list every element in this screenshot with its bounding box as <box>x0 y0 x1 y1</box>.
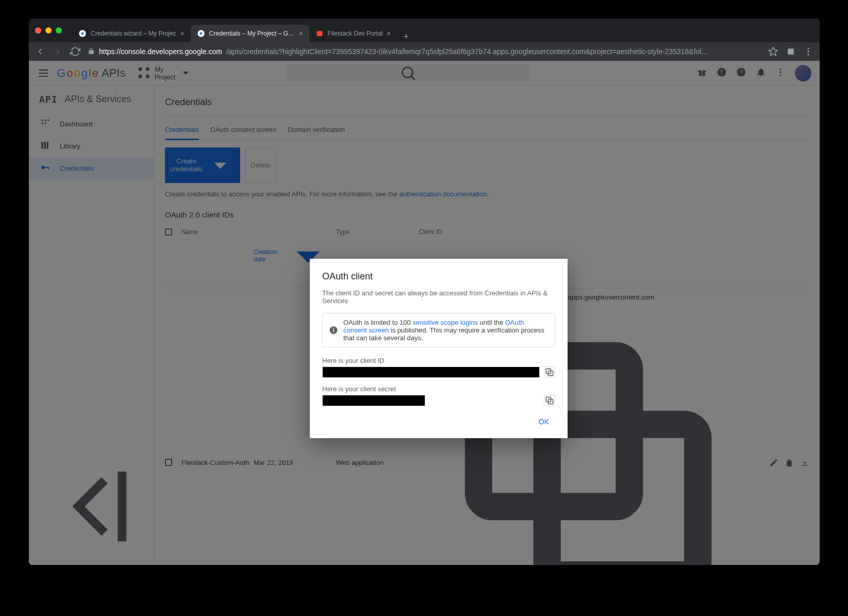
new-tab-button[interactable]: + <box>397 31 415 42</box>
modal-title: OAuth client <box>322 271 555 282</box>
titlebar: Credentials wizard – My Projec × Credent… <box>29 19 820 42</box>
url-path: /apis/credentials?highlightClient=739953… <box>226 47 709 56</box>
client-id-field[interactable] <box>322 367 540 378</box>
copy-client-secret-button[interactable] <box>544 395 555 406</box>
svg-point-8 <box>807 51 809 52</box>
tab-label: Credentials wizard – My Projec <box>91 30 176 37</box>
url-bar: https://console.developers.google.com/ap… <box>29 42 820 61</box>
browser-tab[interactable]: Filestack Dev Portal × <box>309 25 397 42</box>
svg-rect-4 <box>317 31 322 37</box>
page-content: GoogleAPIs My Project ? API <box>29 61 820 565</box>
client-secret-field[interactable] <box>322 395 425 406</box>
back-icon[interactable] <box>35 46 45 57</box>
browser-tab[interactable]: Credentials wizard – My Projec × <box>72 25 191 42</box>
browser-tab-active[interactable]: Credentials – My Project – Goo × <box>191 25 309 42</box>
tab-close-icon[interactable]: × <box>180 29 184 38</box>
client-id-label: Here is your client ID <box>322 357 555 364</box>
browser-window: Credentials wizard – My Projec × Credent… <box>29 19 820 565</box>
url-text[interactable]: https://console.developers.google.com/ap… <box>88 47 761 56</box>
minimize-window-icon[interactable] <box>45 27 52 34</box>
sensitive-scope-link[interactable]: sensitive scope logins <box>412 319 477 326</box>
svg-rect-45 <box>333 329 334 332</box>
svg-marker-5 <box>769 47 778 56</box>
svg-point-7 <box>807 48 809 49</box>
svg-rect-46 <box>333 328 334 329</box>
oauth-client-modal: OAuth client The client ID and secret ca… <box>310 259 568 438</box>
menu-icon[interactable] <box>803 46 813 57</box>
tab-close-icon[interactable]: × <box>298 29 303 38</box>
tab-label: Filestack Dev Portal <box>328 30 383 37</box>
maximize-window-icon[interactable] <box>56 27 62 34</box>
ok-button[interactable]: OK <box>533 413 555 430</box>
modal-description: The client ID and secret can always be a… <box>322 289 555 305</box>
window-controls <box>35 27 62 34</box>
svg-rect-6 <box>788 48 794 55</box>
info-icon <box>329 319 338 342</box>
browser-tabs: Credentials wizard – My Projec × Credent… <box>72 19 415 42</box>
favicon-icon <box>315 29 324 38</box>
reload-icon[interactable] <box>70 46 80 57</box>
tab-close-icon[interactable]: × <box>387 29 391 38</box>
close-window-icon[interactable] <box>35 27 41 34</box>
forward-icon[interactable] <box>53 46 63 57</box>
url-host: https://console.developers.google.com <box>99 47 222 56</box>
extension-icon[interactable] <box>786 46 796 57</box>
svg-point-9 <box>807 54 809 55</box>
client-secret-label: Here is your client secret <box>322 385 555 393</box>
lock-icon <box>88 47 95 56</box>
copy-client-id-button[interactable] <box>544 367 555 378</box>
favicon-icon <box>197 29 205 38</box>
svg-point-3 <box>199 32 202 35</box>
favicon-icon <box>78 29 87 38</box>
star-icon[interactable] <box>768 46 778 57</box>
tab-label: Credentials – My Project – Goo <box>209 30 295 37</box>
info-box: OAuth is limited to 100 sensitive scope … <box>322 313 555 347</box>
svg-point-1 <box>81 32 84 35</box>
